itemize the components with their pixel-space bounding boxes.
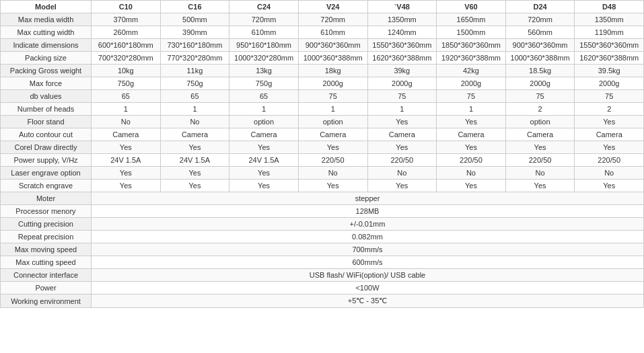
row-cell: 370mm [92,13,161,26]
row-cell: 750g [229,77,299,90]
row-label: Max cutting speed [1,256,92,269]
row-cell: Yes [437,180,506,192]
table-row: Moterstepper [1,192,644,205]
row-cell: Yes [160,167,229,180]
row-cell: 1 [160,103,229,116]
table-row: Packing Gross weight10kg11kg13kg18kg39kg… [1,65,644,77]
row-cell: No [160,116,229,128]
row-cell: 260mm [92,26,161,39]
row-cell: 2000g [575,77,644,90]
row-cell: 1 [229,103,299,116]
row-cell: 1000*360*388mm [298,52,367,65]
row-cell: 720mm [298,13,367,26]
row-colspan-value: 600mm/s [92,256,644,269]
table-row: Processor menory128MB [1,205,644,218]
row-cell: 770*320*280mm [160,52,229,65]
row-cell: 610mm [298,26,367,39]
row-label: Cutting precision [1,218,92,231]
row-cell: Yes [92,180,161,192]
row-label: Packing Gross weight [1,65,92,77]
table-row: Packing size700*320*280mm770*320*280mm10… [1,52,644,65]
column-model-header: `V48 [367,1,437,13]
row-cell: 75 [575,90,644,103]
row-cell: 730*160*180mm [160,39,229,52]
table-row: Max moving speed700mm/s [1,243,644,256]
row-cell: Yes [229,180,299,192]
row-label: Power supply, V/Hz [1,154,92,167]
table-row: Max cutting width260mm390mm610mm610mm124… [1,26,644,39]
table-row: Working environment+5℃ - 35℃ [1,295,644,308]
row-cell: Camera [298,128,367,141]
row-label: Max moving speed [1,243,92,256]
row-cell: 1000*360*388mm [505,52,575,65]
row-cell: 24V 1.5A [229,154,299,167]
table-row: Max media width370mm500mm720mm720mm1350m… [1,13,644,26]
row-cell: Yes [575,141,644,154]
row-colspan-value: 700mm/s [92,243,644,256]
row-cell: 390mm [160,26,229,39]
row-cell: Yes [505,180,575,192]
row-label: Connector interface [1,269,92,282]
column-model-header: V60 [437,1,506,13]
row-cell: 750g [160,77,229,90]
row-cell: 11kg [160,65,229,77]
table-row: Repeat precision0.082mm [1,231,644,243]
table-row: Floor standNoNooptionoptionYesYesoptionY… [1,116,644,128]
row-cell: 700*320*280mm [92,52,161,65]
row-cell: 1620*360*388mm [575,52,644,65]
row-cell: option [229,116,299,128]
row-cell: 500mm [160,13,229,26]
row-cell: Yes [229,167,299,180]
row-colspan-value: stepper [92,192,644,205]
row-label: Laser engrave option [1,167,92,180]
row-cell: 1650mm [437,13,506,26]
row-cell: Camera [367,128,437,141]
row-cell: Camera [437,128,506,141]
row-cell: 1 [298,103,367,116]
row-cell: 39kg [367,65,437,77]
row-cell: 1190mm [575,26,644,39]
row-cell: 2000g [505,77,575,90]
row-cell: No [505,167,575,180]
row-cell: 75 [505,90,575,103]
row-label: Processor menory [1,205,92,218]
column-model-header: C24 [229,1,299,13]
row-colspan-value: +/-0.01mm [92,218,644,231]
row-cell: Yes [505,141,575,154]
row-cell: Yes [92,167,161,180]
table-row: Connector interfaceUSB flash/ WiFi(optio… [1,269,644,282]
row-cell: 720mm [505,13,575,26]
row-cell: Camera [505,128,575,141]
row-label: Scratch engrave [1,180,92,192]
column-model-header: D48 [575,1,644,13]
row-cell: 220/50 [367,154,437,167]
table-header-row: ModelC10C16C24V24`V48V60D24D48 [1,1,644,13]
row-cell: 900*360*360mm [298,39,367,52]
row-cell: Yes [298,180,367,192]
row-cell: 720mm [229,13,299,26]
row-label: Max cutting width [1,26,92,39]
row-cell: 10kg [92,65,161,77]
row-cell: 1 [92,103,161,116]
row-cell: No [437,167,506,180]
row-label: Auto contour cut [1,128,92,141]
row-label: Max force [1,77,92,90]
row-label: Power [1,282,92,295]
row-label: Indicate dimensions [1,39,92,52]
row-cell: 2000g [437,77,506,90]
table-row: Max force750g750g750g2000g2000g2000g2000… [1,77,644,90]
row-cell: 1500mm [437,26,506,39]
row-cell: 560mm [505,26,575,39]
row-cell: 2000g [367,77,437,90]
row-label: Corel Draw directly [1,141,92,154]
table-row: Corel Draw directlyYesYesYesYesYesYesYes… [1,141,644,154]
row-cell: 13kg [229,65,299,77]
row-cell: 24V 1.5A [160,154,229,167]
row-cell: option [298,116,367,128]
row-cell: Yes [575,116,644,128]
row-cell: Camera [229,128,299,141]
column-model-header: D24 [505,1,575,13]
row-cell: 1620*360*388mm [367,52,437,65]
row-cell: 1000*320*280mm [229,52,299,65]
row-cell: 220/50 [437,154,506,167]
